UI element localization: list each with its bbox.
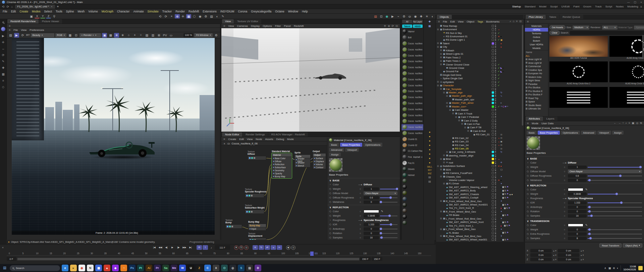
coordinate-space-dropdown[interactable]: Object (Rel)▾	[623, 243, 642, 247]
layer-swatch[interactable]	[492, 126, 494, 129]
visibility-dots[interactable]	[495, 189, 496, 192]
tag-icon[interactable]: ⊡	[500, 137, 502, 139]
layer-swatch[interactable]	[492, 32, 494, 34]
attribute-nav-icon[interactable]: →	[618, 122, 621, 125]
taskbar-app-icon[interactable]: Pr	[154, 265, 161, 271]
expander-icon[interactable]: ⊞	[440, 200, 442, 202]
tree-row[interactable]: ⊞▣R_Rear_Wheel_Roll_Bind_Geo✦	[436, 234, 522, 238]
visibility-dots[interactable]	[495, 67, 496, 69]
tree-row[interactable]: ⊞▣R_Front_Wheel_Bind_Geo✦	[436, 210, 522, 213]
object-name[interactable]: Cloner Ground Close	[446, 63, 469, 66]
tree-row[interactable]: ◆Ground Far✓◣●	[436, 70, 522, 73]
playhead[interactable]	[310, 252, 314, 256]
tag-icon[interactable]: ⇅	[504, 238, 506, 241]
visibility-dots[interactable]	[495, 88, 496, 90]
taskbar-app-icon[interactable]: Ps	[129, 265, 136, 271]
render-state-icon[interactable]: ✓	[497, 63, 500, 66]
menu-user-data[interactable]: User Data	[541, 122, 553, 125]
material-tab-advanced[interactable]: Advanced	[581, 131, 596, 135]
object-name[interactable]: Master_path_algn	[452, 94, 472, 97]
color-swatch[interactable]	[568, 224, 583, 227]
material-filter-no-layer[interactable]: No Layer	[413, 20, 423, 23]
menu-filter[interactable]: Filter	[275, 25, 281, 28]
tab-texture-uv-editor[interactable]: Texture UV Editor	[234, 19, 261, 24]
visibility-dots[interactable]	[495, 84, 496, 87]
render-state-icon[interactable]: ●	[497, 144, 500, 146]
tag-icon[interactable]: ⚑	[507, 221, 509, 224]
tag-icon[interactable]: ●	[500, 232, 502, 234]
tree-row[interactable]: ⊞▣Kitbash	[436, 49, 522, 52]
material-item[interactable]: Cocos_nucifera_l	[401, 71, 423, 77]
layout-modeling[interactable]: Modeling	[627, 5, 638, 8]
restart-render-button[interactable]: ⟳	[20, 33, 25, 38]
port-icon[interactable]: ○	[358, 228, 363, 230]
render-state-icon[interactable]: ×	[497, 165, 500, 168]
asset-thumbnail[interactable]	[609, 36, 644, 57]
object-tree-scrollbar[interactable]	[522, 25, 523, 126]
keyframe-option-button[interactable]: ◎	[291, 245, 296, 250]
taskbar-app-icon[interactable]: Pt	[137, 265, 144, 271]
visibility-dots[interactable]	[495, 176, 496, 178]
property-value-field[interactable]: 0	[568, 210, 587, 213]
key-toggle[interactable]: ✛	[253, 245, 258, 250]
tray-chevron-icon[interactable]: ∧	[604, 267, 606, 270]
strip-label[interactable]: 0ALL	[427, 166, 432, 168]
tag-icon[interactable]: ●	[500, 46, 502, 48]
layer-swatch[interactable]	[492, 42, 494, 45]
layer-swatch[interactable]	[492, 193, 494, 195]
strip-icon[interactable]: ●	[429, 161, 431, 165]
toolbar-icon[interactable]: ⚙	[401, 14, 407, 18]
transport-button[interactable]: ▶|	[188, 245, 193, 250]
strip-icon[interactable]: ▤	[428, 176, 431, 179]
expander-icon[interactable]: ⊞	[440, 217, 442, 220]
range-slider[interactable]	[17, 258, 359, 261]
toolbar-icon[interactable]: ◉	[413, 14, 418, 18]
panel-menu-icon[interactable]: ≡	[9, 28, 10, 32]
property-value-field[interactable]: 1.333	[364, 223, 379, 226]
strip-icon[interactable]: ●	[429, 144, 431, 147]
visibility-dots[interactable]	[495, 35, 496, 38]
object-name[interactable]: Subdivision Surface	[443, 165, 465, 168]
viewport-nav-icon[interactable]: ✛	[384, 25, 386, 28]
transport-button[interactable]: ▶▶	[182, 245, 187, 250]
layer-swatch[interactable]	[492, 130, 494, 132]
layout-uvedit[interactable]: UVEdit	[561, 5, 570, 8]
property-value-field[interactable]: 0.6	[568, 174, 587, 178]
library-scrollbar[interactable]	[642, 35, 644, 58]
tag-icon[interactable]: ⚑	[507, 193, 509, 195]
menu-edit[interactable]: Edit	[239, 138, 244, 141]
linked-value[interactable]: Diffuse	[364, 183, 372, 186]
layer-swatch[interactable]	[492, 39, 494, 41]
playback-toggle[interactable]: ⌇	[203, 245, 208, 250]
section-header[interactable]: ∨BASE	[327, 178, 400, 182]
material-item[interactable]: Cocos_nucifera_l	[401, 106, 423, 112]
start-button[interactable]: ⊞	[1, 265, 8, 271]
visibility-dots[interactable]	[495, 60, 496, 62]
visibility-dots[interactable]	[495, 165, 496, 167]
snapshots-icon[interactable]: ❄	[120, 33, 125, 38]
layer-swatch[interactable]	[492, 133, 494, 136]
checker-icon[interactable]: ▨	[144, 33, 149, 38]
object-name[interactable]: xpSystem	[443, 81, 454, 84]
port-icon[interactable]: ○	[562, 233, 567, 235]
layer-swatch[interactable]	[492, 218, 494, 220]
tag-icon[interactable]: ⇅	[504, 189, 506, 192]
tab-picture-viewer[interactable]: Picture Viewer	[39, 19, 62, 24]
visibility-dots[interactable]	[495, 228, 496, 230]
object-name[interactable]: RS Cam_05	[455, 147, 469, 150]
menu-insydium[interactable]: INSYDIUM	[220, 10, 234, 13]
menu-view[interactable]: View	[21, 29, 26, 32]
object-name[interactable]: SM_AST_AMR23_Chassis	[449, 193, 479, 196]
toolbar-icon[interactable]: ◐	[430, 14, 435, 18]
object-name[interactable]: Master_algn	[449, 91, 463, 94]
workplane-icon[interactable]: ▣	[29, 14, 34, 18]
library-search-input[interactable]	[570, 31, 644, 35]
visibility-dots[interactable]	[495, 32, 496, 34]
object-name[interactable]: Street Lights 01	[446, 52, 464, 55]
object-name[interactable]: Cam Z Dolly	[464, 119, 478, 122]
key-toggle[interactable]: ⇄	[265, 245, 270, 250]
material-filter-all[interactable]: All	[402, 20, 412, 23]
tree-row[interactable]: ⊞▣L_Front_Wheel_Bind_Geo✦	[436, 227, 522, 231]
tab-rs-aov-manager-redshift[interactable]: RS AOV Manager - Redshift	[268, 132, 308, 137]
toolbar-icon[interactable]: ⚙	[203, 14, 208, 18]
